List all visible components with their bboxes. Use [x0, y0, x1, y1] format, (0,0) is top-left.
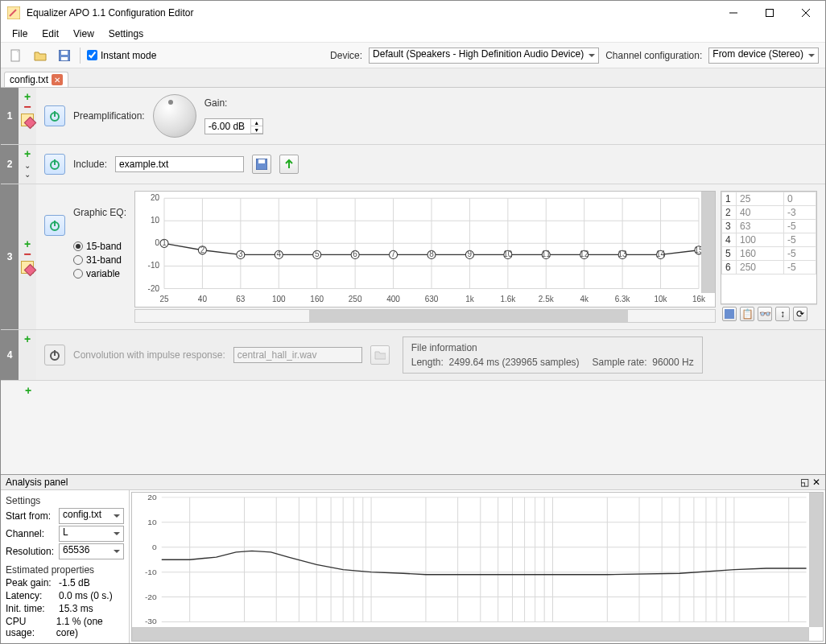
remove-filter-icon[interactable]: −	[23, 104, 31, 110]
eq-save-button[interactable]	[722, 307, 737, 321]
svg-text:9: 9	[468, 250, 473, 258]
radio-variable[interactable]: variable	[73, 268, 126, 279]
length-value: 2499.64 ms (239965 samples)	[448, 357, 579, 368]
spinner-up-icon[interactable]: ▲	[251, 119, 262, 126]
svg-text:10k: 10k	[655, 295, 668, 303]
dock-icon[interactable]: ◱	[800, 477, 809, 488]
power-toggle[interactable]	[44, 154, 65, 175]
analysis-vscroll[interactable]	[809, 493, 823, 627]
channel-config-label: Channel configuration:	[605, 50, 702, 61]
add-filter-icon[interactable]: +	[24, 150, 31, 158]
open-file-button[interactable]	[31, 47, 49, 64]
eq-hscroll[interactable]	[134, 309, 716, 323]
device-select[interactable]: Default (Speakers - High Definition Audi…	[369, 47, 599, 64]
eq-table[interactable]: 1250240-3363-54100-55160-56250-5	[721, 191, 817, 304]
rate-value: 96000 Hz	[652, 357, 693, 368]
svg-text:10: 10	[147, 518, 157, 526]
svg-text:40: 40	[198, 295, 207, 303]
file-info-title: File information	[411, 342, 694, 353]
channel-config-select[interactable]: From device (Stereo)	[708, 47, 819, 64]
svg-rect-7	[61, 51, 68, 55]
remove-filter-icon[interactable]: −	[23, 251, 31, 258]
init-time-value: 15.3 ms	[59, 603, 93, 614]
svg-text:7: 7	[391, 250, 396, 258]
panel-close-icon[interactable]: ✕	[812, 477, 820, 488]
resolution-select[interactable]: 65536	[59, 543, 124, 559]
power-toggle[interactable]	[44, 105, 65, 126]
eq-reset-button[interactable]: ⟳	[793, 307, 807, 321]
expand-icon[interactable]: ⌄⌄	[24, 161, 31, 179]
svg-text:13: 13	[618, 250, 627, 258]
svg-text:0: 0	[155, 238, 159, 247]
tab-label: config.txt	[10, 74, 48, 85]
analysis-chart[interactable]: 20100-10-20-3078910203040506010020030040…	[131, 492, 824, 642]
add-filter-icon[interactable]: +	[24, 335, 31, 343]
maximize-button[interactable]	[751, 2, 787, 24]
svg-text:4k: 4k	[580, 295, 589, 303]
save-file-button[interactable]	[56, 47, 73, 64]
svg-text:-30: -30	[145, 617, 157, 626]
start-from-label: Start from:	[6, 510, 59, 522]
edit-filter-icon[interactable]	[21, 114, 34, 126]
radio-label: variable	[86, 268, 120, 279]
edit-filter-icon[interactable]	[21, 261, 34, 274]
convolution-label: Convolution with impulse response:	[73, 349, 225, 361]
menu-edit[interactable]: Edit	[35, 27, 65, 41]
eq-copy-button[interactable]: 📋	[740, 307, 754, 321]
svg-text:63: 63	[236, 295, 245, 303]
radio-15band[interactable]: 15-band	[73, 241, 126, 252]
row-number: 1	[1, 88, 19, 144]
row-side-controls: + −	[19, 88, 36, 144]
channel-select[interactable]: L	[59, 526, 124, 542]
row-convolution: 4 + Convolution with impulse response: F…	[1, 330, 825, 381]
instant-mode-checkbox[interactable]: Instant mode	[87, 50, 156, 61]
spinner-down-icon[interactable]: ▼	[251, 126, 262, 134]
tab-close-icon[interactable]: ✕	[52, 74, 63, 85]
toolbar: Instant mode Device: Default (Speakers -…	[1, 43, 825, 68]
tabstrip: config.txt ✕	[1, 68, 825, 88]
init-time-label: Init. time:	[6, 603, 59, 614]
menu-settings[interactable]: Settings	[102, 27, 150, 41]
gain-input[interactable]	[205, 119, 250, 134]
latency-value: 0.0 ms (0 s.)	[59, 590, 113, 601]
svg-text:-20: -20	[148, 283, 160, 292]
add-row-area: +	[1, 381, 825, 402]
gain-spinner[interactable]: ▲▼	[204, 118, 263, 134]
eq-vscroll[interactable]	[701, 192, 715, 293]
open-include-button[interactable]	[279, 155, 299, 174]
menu-view[interactable]: View	[67, 27, 101, 41]
row-number: 2	[1, 145, 19, 184]
power-toggle-off[interactable]	[44, 345, 65, 365]
eq-import-button[interactable]: 👓	[758, 307, 772, 321]
channel-config-value: From device (Stereo)	[712, 48, 803, 60]
start-from-select[interactable]: config.txt	[59, 508, 124, 524]
new-file-button[interactable]	[7, 47, 25, 64]
menu-file[interactable]: File	[6, 27, 34, 41]
svg-text:250: 250	[349, 295, 362, 303]
svg-text:20: 20	[147, 493, 157, 502]
eq-invert-button[interactable]: ↕	[775, 307, 790, 321]
app-icon	[7, 6, 20, 19]
eq-chart[interactable]: 20100-10-202540631001602504006301k1.6k2.…	[134, 191, 716, 308]
save-include-button[interactable]	[252, 155, 271, 174]
include-file-input[interactable]	[115, 156, 244, 172]
analysis-settings: Settings Start from:config.txt Channel:L…	[1, 490, 130, 643]
svg-text:20: 20	[151, 193, 159, 202]
svg-rect-2	[766, 10, 773, 17]
peak-gain-label: Peak gain:	[6, 577, 59, 588]
row-graphic-eq: 3 + − Graphic EQ: 15-band 31-band variab…	[1, 184, 825, 330]
minimize-button[interactable]	[715, 2, 751, 24]
open-impulse-button[interactable]	[370, 345, 390, 365]
svg-text:400: 400	[386, 295, 400, 303]
svg-text:16k: 16k	[692, 295, 706, 303]
radio-31band[interactable]: 31-band	[73, 254, 126, 266]
close-button[interactable]	[787, 2, 824, 24]
gain-knob[interactable]	[153, 94, 196, 138]
add-filter-icon[interactable]: +	[25, 384, 31, 397]
power-toggle[interactable]	[44, 215, 65, 236]
svg-text:0: 0	[152, 543, 157, 551]
svg-text:-10: -10	[145, 568, 157, 576]
device-label: Device:	[330, 50, 362, 61]
analysis-hscroll[interactable]	[132, 627, 809, 641]
tab-config[interactable]: config.txt ✕	[4, 72, 68, 87]
